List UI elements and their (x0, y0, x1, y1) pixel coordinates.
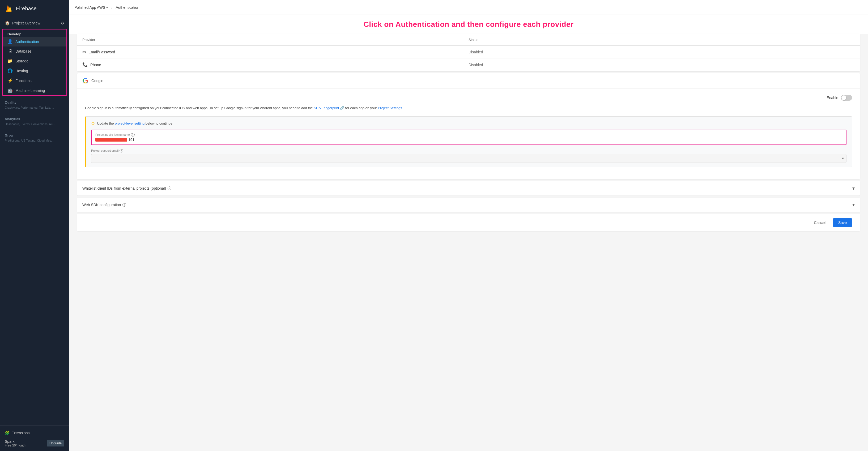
sidebar-item-label-hosting: Hosting (16, 69, 28, 73)
topbar: Polished App AWS ▾ › Authentication (69, 0, 868, 15)
save-button[interactable]: Save (833, 218, 852, 227)
google-section: Google Enable Google sign-in is automati… (77, 73, 860, 179)
sidebar-item-storage[interactable]: 📁 Storage (3, 56, 66, 66)
table-row[interactable]: ✉ Email/Password Disabled (77, 46, 860, 58)
web-sdk-header[interactable]: Web SDK configuration ? ▾ (77, 198, 860, 212)
quality-header: Quality (0, 99, 69, 106)
project-overview-label: Project Overview (12, 21, 59, 25)
database-icon: 🗄 (7, 49, 13, 54)
spark-price: Free $0/month (5, 444, 26, 447)
email-icon: ✉ (82, 50, 86, 55)
project-name-box[interactable]: Project public-facing name ? 191 (91, 130, 846, 145)
firebase-logo-icon (5, 4, 13, 13)
phone-icon: 📞 (82, 62, 88, 67)
extensions-icon: 🧩 (5, 431, 9, 435)
support-email-section: Project support email ? ▾ (91, 149, 846, 163)
topbar-project-name: Polished App AWS (74, 5, 105, 9)
project-settings-link[interactable]: Project Settings (378, 106, 403, 110)
whitelist-section: Whitelist client IDs from external proje… (77, 181, 860, 196)
web-sdk-title: Web SDK configuration ? (82, 203, 126, 207)
project-level-setting-link[interactable]: project-level setting (115, 121, 146, 125)
analytics-subtitle: Dashboard, Events, Conversions, Au... (0, 122, 69, 128)
web-sdk-section: Web SDK configuration ? ▾ (77, 198, 860, 212)
support-email-label-text: Project support email (91, 149, 119, 152)
google-body: Enable Google sign-in is automatically c… (77, 88, 860, 179)
web-sdk-help-icon[interactable]: ? (122, 203, 126, 207)
sidebar-item-label-functions: Functions (16, 79, 32, 83)
enable-label: Enable (827, 96, 838, 100)
sidebar-item-authentication[interactable]: 👤 Authentication (3, 37, 66, 47)
settings-box: ⚙ Update the project-level setting below… (85, 116, 852, 167)
sidebar-item-ml[interactable]: 🤖 Machine Learning (3, 86, 66, 95)
topbar-page-title: Authentication (116, 5, 140, 9)
develop-title: Develop (3, 29, 66, 37)
home-icon: 🏠 (5, 21, 10, 26)
provider-status-email: Disabled (468, 50, 855, 54)
enable-toggle[interactable] (841, 95, 852, 101)
grow-section: Grow Predictions, A/B Testing, Cloud Mes… (0, 129, 69, 145)
sidebar-item-label-authentication: Authentication (16, 39, 39, 44)
provider-name-email: ✉ Email/Password (82, 50, 468, 55)
provider-col-header: Provider (82, 38, 468, 42)
provider-table: Provider Status ✉ Email/Password Disable… (77, 34, 860, 71)
spark-row: Spark Free $0/month Upgrade (5, 439, 64, 447)
enable-row: Enable (85, 95, 852, 101)
status-col-header: Status (468, 38, 855, 42)
sidebar-footer: 🧩 Extensions Spark Free $0/month Upgrade (0, 425, 69, 451)
project-name-suffix: 191 (128, 138, 134, 142)
support-email-select-wrapper: ▾ (91, 154, 846, 163)
support-email-help-icon[interactable]: ? (120, 149, 123, 152)
analytics-section: Analytics Dashboard, Events, Conversions… (0, 112, 69, 129)
project-level-link-text: project-level setting (115, 121, 145, 125)
provider-table-header: Provider Status (77, 34, 860, 46)
web-sdk-title-text: Web SDK configuration (82, 203, 121, 207)
provider-label-email: Email/Password (88, 50, 115, 54)
table-row[interactable]: 📞 Phone Disabled (77, 58, 860, 71)
settings-title-prefix: Update the (97, 121, 114, 125)
whitelist-help-icon[interactable]: ? (167, 186, 171, 190)
whitelist-chevron-icon: ▾ (852, 185, 855, 191)
toggle-knob (841, 95, 846, 100)
sidebar-item-label-ml: Machine Learning (16, 88, 45, 93)
sidebar-item-label-storage: Storage (16, 59, 28, 63)
main-content: Polished App AWS ▾ › Authentication Clic… (69, 0, 868, 451)
storage-icon: 📁 (7, 58, 13, 63)
grow-header: Grow (0, 132, 69, 139)
spark-info: Spark Free $0/month (5, 439, 26, 447)
quality-section: Quality Crashlytics, Performance, Test L… (0, 96, 69, 112)
authentication-icon: 👤 (7, 39, 13, 44)
content-area: Click on Authentication and then configu… (69, 15, 868, 451)
extensions-label: Extensions (11, 431, 29, 435)
topbar-project[interactable]: Polished App AWS ▾ (74, 5, 108, 9)
project-settings-link-text: Project Settings (378, 106, 402, 110)
functions-icon: ⚡ (7, 78, 13, 83)
settings-box-header: ⚙ Update the project-level setting below… (91, 121, 846, 126)
desc-text-1: Google sign-in is automatically configur… (85, 106, 313, 110)
analytics-header: Analytics (0, 116, 69, 122)
redacted-bar (95, 138, 127, 142)
extensions-item[interactable]: 🧩 Extensions (5, 429, 64, 437)
ml-icon: 🤖 (7, 88, 13, 93)
provider-status-phone: Disabled (468, 63, 855, 67)
sidebar-item-database[interactable]: 🗄 Database (3, 47, 66, 56)
sidebar-item-functions[interactable]: ⚡ Functions (3, 76, 66, 86)
quality-subtitle: Crashlytics, Performance, Test Lab, ... (0, 106, 69, 111)
whitelist-header[interactable]: Whitelist client IDs from external proje… (77, 181, 860, 196)
project-name-help-icon[interactable]: ? (131, 133, 135, 137)
project-overview-row[interactable]: 🏠 Project Overview ⚙ (0, 17, 69, 29)
provider-label-phone: Phone (90, 63, 101, 67)
action-footer: Cancel Save (77, 214, 860, 231)
spark-label: Spark (5, 439, 26, 444)
grow-subtitle: Predictions, A/B Testing, Cloud Mes... (0, 139, 69, 144)
project-name-label: Project public-facing name ? (95, 133, 842, 137)
sidebar-item-hosting[interactable]: 🌐 Hosting (3, 66, 66, 76)
google-logo-icon (82, 78, 89, 84)
google-header-row[interactable]: Google (77, 73, 860, 88)
support-email-select[interactable] (91, 154, 846, 163)
settings-title-suffix: below to continue (146, 121, 173, 125)
upgrade-button[interactable]: Upgrade (47, 440, 64, 447)
settings-gear-icon[interactable]: ⚙ (61, 21, 64, 25)
cancel-button[interactable]: Cancel (810, 218, 830, 227)
sha1-link[interactable]: SHA1 fingerprint 🔗 (314, 106, 345, 110)
google-header-left: Google (82, 78, 855, 84)
